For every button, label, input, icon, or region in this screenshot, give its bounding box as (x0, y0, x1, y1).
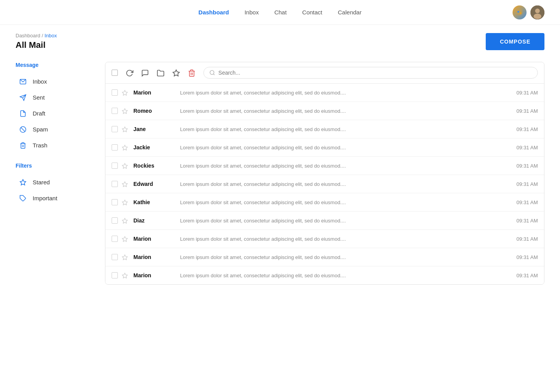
row-checkbox-5[interactable] (112, 181, 118, 187)
email-row[interactable]: Jane Lorem ipsum dolor sit amet, consect… (105, 120, 544, 138)
row-preview: Lorem ipsum dolor sit amet, consectetur … (172, 236, 516, 242)
row-checkbox-3[interactable] (112, 144, 118, 150)
email-row[interactable]: Edward Lorem ipsum dolor sit amet, conse… (105, 175, 544, 193)
email-row[interactable]: Romeo Lorem ipsum dolor sit amet, consec… (105, 102, 544, 120)
row-star-7[interactable] (122, 217, 128, 224)
nav-inbox[interactable]: Inbox (245, 9, 259, 16)
row-checkbox-2[interactable] (112, 126, 118, 132)
row-checkbox-9[interactable] (112, 254, 118, 260)
row-star-4[interactable] (122, 162, 128, 169)
svg-line-18 (214, 74, 215, 75)
row-star-8[interactable] (122, 235, 128, 242)
breadcrumb: Dashboard / Inbox (16, 33, 57, 38)
sidebar-item-spam[interactable]: Spam (16, 121, 93, 137)
svg-marker-24 (122, 182, 127, 187)
breadcrumb-current[interactable]: Inbox (44, 33, 57, 38)
notification-icon[interactable] (513, 5, 527, 19)
email-toolbar (105, 62, 544, 84)
row-star-10[interactable] (122, 272, 128, 279)
filters-section-title: Filters (16, 163, 93, 169)
sent-icon (19, 93, 27, 102)
compose-button[interactable]: COMPOSE (486, 33, 544, 50)
row-sender: Diaz (133, 217, 172, 224)
filters-section: Filters Stared Important (16, 163, 93, 206)
email-row[interactable]: Marion Lorem ipsum dolor sit amet, conse… (105, 266, 544, 284)
row-checkbox-1[interactable] (112, 108, 118, 114)
sidebar-item-inbox[interactable]: Inbox (16, 74, 93, 89)
search-bar[interactable] (203, 67, 538, 79)
email-list: Marion Lorem ipsum dolor sit amet, conse… (105, 84, 544, 284)
email-row[interactable]: Rockies Lorem ipsum dolor sit amet, cons… (105, 157, 544, 175)
email-area: Marion Lorem ipsum dolor sit amet, conse… (105, 62, 544, 285)
email-row[interactable]: Diaz Lorem ipsum dolor sit amet, consect… (105, 212, 544, 230)
row-checkbox-4[interactable] (112, 163, 118, 169)
page-header: Dashboard / Inbox All Mail COMPOSE (0, 25, 560, 54)
select-all-checkbox[interactable] (112, 70, 118, 76)
stared-label: Stared (33, 179, 50, 186)
user-avatar[interactable] (530, 5, 544, 19)
row-star-5[interactable] (122, 180, 128, 187)
nav-chat[interactable]: Chat (274, 9, 287, 16)
nav-contact[interactable]: Contact (302, 9, 322, 16)
refresh-icon[interactable] (126, 68, 133, 77)
row-star-0[interactable] (122, 89, 128, 96)
svg-marker-21 (122, 127, 127, 132)
row-time: 09:31 AM (516, 200, 538, 205)
svg-point-1 (517, 10, 519, 12)
reply-icon[interactable] (141, 68, 149, 77)
important-label: Important (33, 195, 57, 201)
breadcrumb-home[interactable]: Dashboard (16, 33, 40, 38)
svg-point-0 (516, 9, 523, 16)
row-preview: Lorem ipsum dolor sit amet, consectetur … (172, 163, 516, 169)
draft-label: Draft (33, 110, 46, 117)
email-row[interactable]: Marion Lorem ipsum dolor sit amet, conse… (105, 248, 544, 266)
trash-label: Trash (33, 142, 47, 149)
row-star-9[interactable] (122, 254, 128, 261)
folder-icon[interactable] (157, 68, 164, 77)
row-preview: Lorem ipsum dolor sit amet, consectetur … (172, 108, 516, 114)
search-icon (209, 70, 215, 76)
svg-marker-14 (173, 70, 180, 76)
email-row[interactable]: Marion Lorem ipsum dolor sit amet, conse… (105, 84, 544, 102)
row-time: 09:31 AM (516, 236, 538, 242)
row-time: 09:31 AM (516, 218, 538, 224)
search-input[interactable] (219, 70, 532, 76)
row-star-6[interactable] (122, 199, 128, 206)
sidebar-item-sent[interactable]: Sent (16, 89, 93, 105)
nav-calendar[interactable]: Calendar (338, 9, 362, 16)
row-time: 09:31 AM (516, 163, 538, 169)
row-checkbox-8[interactable] (112, 236, 118, 242)
sidebar-item-important[interactable]: Important (16, 190, 93, 206)
star-toolbar-icon[interactable] (172, 68, 180, 77)
row-star-1[interactable] (122, 107, 128, 114)
email-row[interactable]: Jackie Lorem ipsum dolor sit amet, conse… (105, 138, 544, 157)
row-preview: Lorem ipsum dolor sit amet, consectetur … (172, 126, 516, 132)
row-checkbox-0[interactable] (112, 89, 118, 96)
row-checkbox-7[interactable] (112, 217, 118, 224)
message-section-title: Message (16, 62, 93, 68)
row-preview: Lorem ipsum dolor sit amet, consectetur … (172, 200, 516, 205)
sidebar-item-trash[interactable]: Trash (16, 137, 93, 153)
svg-marker-22 (122, 145, 127, 150)
row-checkbox-6[interactable] (112, 199, 118, 205)
email-row[interactable]: Kathie Lorem ipsum dolor sit amet, conse… (105, 193, 544, 212)
svg-point-4 (535, 9, 540, 13)
row-checkbox-10[interactable] (112, 272, 118, 278)
sidebar-item-draft[interactable]: Draft (16, 105, 93, 121)
email-row[interactable]: Marion Lorem ipsum dolor sit amet, conse… (105, 230, 544, 248)
svg-line-10 (21, 128, 25, 132)
row-star-2[interactable] (122, 126, 128, 133)
row-preview: Lorem ipsum dolor sit amet, consectetur … (172, 254, 516, 260)
svg-marker-20 (122, 108, 127, 114)
svg-point-2 (520, 12, 522, 14)
row-preview: Lorem ipsum dolor sit amet, consectetur … (172, 181, 516, 187)
row-time: 09:31 AM (516, 273, 538, 278)
nav-dashboard[interactable]: Dashboard (198, 9, 229, 16)
row-star-3[interactable] (122, 144, 128, 151)
sidebar-item-stared[interactable]: Stared (16, 174, 93, 190)
svg-marker-27 (122, 236, 127, 242)
row-preview: Lorem ipsum dolor sit amet, consectetur … (172, 273, 516, 278)
delete-toolbar-icon[interactable] (188, 68, 196, 77)
svg-marker-25 (122, 200, 127, 205)
nav-links: Dashboard Inbox Chat Contact Calendar (198, 9, 361, 16)
